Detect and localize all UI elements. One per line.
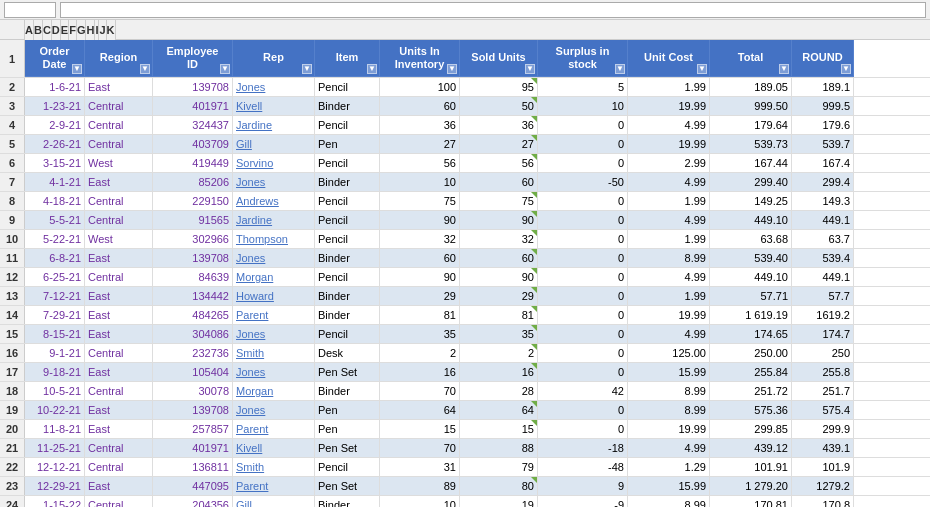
- cell-total[interactable]: 179.64: [710, 116, 792, 134]
- cell-unit-cost[interactable]: 2.99: [628, 154, 710, 172]
- cell-order-date[interactable]: 10-5-21: [25, 382, 85, 400]
- cell-surplus[interactable]: 0: [538, 325, 628, 343]
- cell-round[interactable]: 539.7: [792, 135, 854, 153]
- cell-round[interactable]: 999.5: [792, 97, 854, 115]
- col-header-f[interactable]: F: [69, 20, 77, 40]
- cell-sold-units[interactable]: 64: [460, 401, 538, 419]
- cell-sold-units[interactable]: 75: [460, 192, 538, 210]
- cell-region[interactable]: Central: [85, 496, 153, 507]
- cell-surplus[interactable]: 5: [538, 78, 628, 96]
- cell-employee-id[interactable]: 304086: [153, 325, 233, 343]
- cell-region[interactable]: Central: [85, 116, 153, 134]
- cell-region[interactable]: West: [85, 230, 153, 248]
- cell-rep[interactable]: Morgan: [233, 382, 315, 400]
- cell-item[interactable]: Pencil: [315, 230, 380, 248]
- cell-employee-id[interactable]: 229150: [153, 192, 233, 210]
- cell-item[interactable]: Binder: [315, 306, 380, 324]
- cell-units-inventory[interactable]: 70: [380, 382, 460, 400]
- cell-item[interactable]: Pen: [315, 401, 380, 419]
- cell-item[interactable]: Pencil: [315, 78, 380, 96]
- cell-rep[interactable]: Morgan: [233, 268, 315, 286]
- cell-rep[interactable]: Andrews: [233, 192, 315, 210]
- cell-unit-cost[interactable]: 4.99: [628, 268, 710, 286]
- cell-round[interactable]: 101.9: [792, 458, 854, 476]
- cell-round[interactable]: 251.7: [792, 382, 854, 400]
- cell-rep[interactable]: Jardine: [233, 116, 315, 134]
- cell-rep[interactable]: Gill: [233, 496, 315, 507]
- cell-total[interactable]: 174.65: [710, 325, 792, 343]
- cell-item[interactable]: Pencil: [315, 211, 380, 229]
- cell-region[interactable]: Central: [85, 97, 153, 115]
- cell-region[interactable]: East: [85, 306, 153, 324]
- cell-region[interactable]: Central: [85, 211, 153, 229]
- cell-item[interactable]: Binder: [315, 173, 380, 191]
- cell-employee-id[interactable]: 139708: [153, 78, 233, 96]
- cell-unit-cost[interactable]: 15.99: [628, 477, 710, 495]
- cell-total[interactable]: 170.81: [710, 496, 792, 507]
- cell-sold-units[interactable]: 90: [460, 211, 538, 229]
- cell-units-inventory[interactable]: 64: [380, 401, 460, 419]
- cell-region[interactable]: Central: [85, 344, 153, 362]
- name-box[interactable]: [4, 2, 56, 18]
- cell-surplus[interactable]: 9: [538, 477, 628, 495]
- cell-units-inventory[interactable]: 2: [380, 344, 460, 362]
- cell-surplus[interactable]: -50: [538, 173, 628, 191]
- cell-round[interactable]: 1279.2: [792, 477, 854, 495]
- cell-rep[interactable]: Gill: [233, 135, 315, 153]
- cell-item[interactable]: Pen: [315, 420, 380, 438]
- col-header-a[interactable]: A: [25, 20, 34, 40]
- filter-icon-d[interactable]: ▼: [302, 64, 312, 74]
- cell-sold-units[interactable]: 2: [460, 344, 538, 362]
- cell-item[interactable]: Pencil: [315, 458, 380, 476]
- cell-total[interactable]: 439.12: [710, 439, 792, 457]
- cell-round[interactable]: 299.4: [792, 173, 854, 191]
- cell-units-inventory[interactable]: 100: [380, 78, 460, 96]
- cell-sold-units[interactable]: 81: [460, 306, 538, 324]
- cell-unit-cost[interactable]: 1.99: [628, 78, 710, 96]
- cell-sold-units[interactable]: 16: [460, 363, 538, 381]
- cell-order-date[interactable]: 2-9-21: [25, 116, 85, 134]
- cell-employee-id[interactable]: 30078: [153, 382, 233, 400]
- cell-sold-units[interactable]: 88: [460, 439, 538, 457]
- cell-surplus[interactable]: -9: [538, 496, 628, 507]
- cell-item[interactable]: Binder: [315, 382, 380, 400]
- filter-icon-h[interactable]: ▼: [615, 64, 625, 74]
- cell-order-date[interactable]: 10-22-21: [25, 401, 85, 419]
- cell-unit-cost[interactable]: 8.99: [628, 382, 710, 400]
- cell-region[interactable]: East: [85, 173, 153, 191]
- cell-units-inventory[interactable]: 35: [380, 325, 460, 343]
- col-header-b[interactable]: B: [34, 20, 43, 40]
- cell-rep[interactable]: Parent: [233, 306, 315, 324]
- cell-sold-units[interactable]: 56: [460, 154, 538, 172]
- cell-region[interactable]: East: [85, 420, 153, 438]
- cell-surplus[interactable]: 0: [538, 401, 628, 419]
- header-item[interactable]: Item ▼: [315, 40, 380, 77]
- cell-employee-id[interactable]: 302966: [153, 230, 233, 248]
- cell-rep[interactable]: Sorvino: [233, 154, 315, 172]
- cell-employee-id[interactable]: 447095: [153, 477, 233, 495]
- cell-total[interactable]: 1 279.20: [710, 477, 792, 495]
- cell-round[interactable]: 250: [792, 344, 854, 362]
- cell-region[interactable]: Central: [85, 268, 153, 286]
- cell-units-inventory[interactable]: 15: [380, 420, 460, 438]
- cell-item[interactable]: Binder: [315, 97, 380, 115]
- cell-region[interactable]: Central: [85, 458, 153, 476]
- cell-round[interactable]: 57.7: [792, 287, 854, 305]
- cell-sold-units[interactable]: 27: [460, 135, 538, 153]
- cell-rep[interactable]: Jardine: [233, 211, 315, 229]
- cell-total[interactable]: 299.85: [710, 420, 792, 438]
- cell-sold-units[interactable]: 19: [460, 496, 538, 507]
- cell-employee-id[interactable]: 204356: [153, 496, 233, 507]
- cell-unit-cost[interactable]: 1.29: [628, 458, 710, 476]
- cell-units-inventory[interactable]: 32: [380, 230, 460, 248]
- header-surplus-in-stock[interactable]: Surplus instock ▼: [538, 40, 628, 77]
- cell-unit-cost[interactable]: 15.99: [628, 363, 710, 381]
- header-order-date[interactable]: OrderDate ▼: [25, 40, 85, 77]
- cell-round[interactable]: 539.4: [792, 249, 854, 267]
- cell-unit-cost[interactable]: 1.99: [628, 230, 710, 248]
- filter-icon-a[interactable]: ▼: [72, 64, 82, 74]
- cell-rep[interactable]: Jones: [233, 325, 315, 343]
- cell-surplus[interactable]: 0: [538, 154, 628, 172]
- cell-unit-cost[interactable]: 4.99: [628, 211, 710, 229]
- cell-rep[interactable]: Jones: [233, 249, 315, 267]
